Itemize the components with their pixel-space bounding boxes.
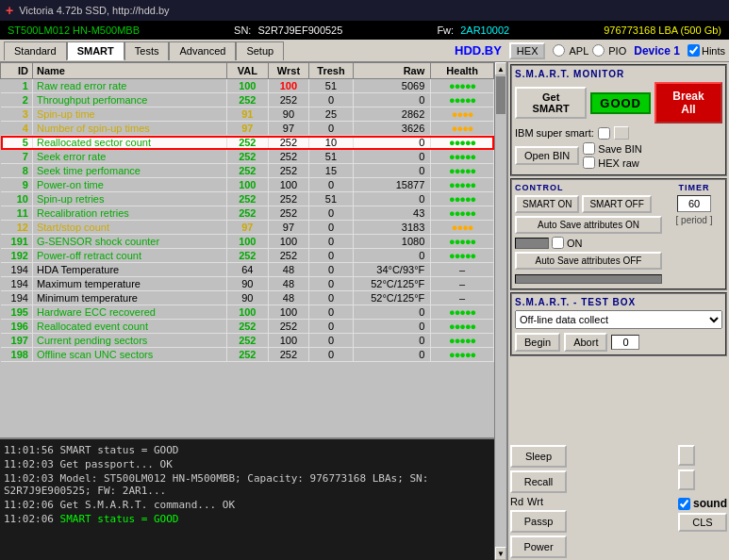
table-row[interactable]: 10 Spin-up retries 252 252 51 0 ●●●●● [1, 192, 494, 206]
table-row[interactable]: 197 Current pending sectors 252 100 0 0 … [1, 334, 494, 348]
scroll-down-btn[interactable]: ▼ [495, 547, 506, 560]
slider-bar[interactable] [515, 274, 662, 284]
test-select[interactable]: Off-line data collect [515, 310, 722, 329]
row-wrst: 48 [268, 291, 309, 305]
break-all-button[interactable]: Break All [654, 82, 722, 124]
hex-button[interactable]: HEX [509, 42, 546, 59]
table-row[interactable]: 198 Offline scan UNC sectors 252 252 0 0… [1, 348, 494, 362]
row-raw: 0 [353, 93, 431, 107]
row-name: Current pending sectors [32, 334, 226, 348]
recall-button[interactable]: Recall [510, 470, 567, 493]
row-raw: 0 [353, 305, 431, 320]
ibm-checkbox[interactable] [598, 127, 610, 140]
table-row[interactable]: 8 Seek time perfomance 252 252 15 0 ●●●●… [1, 164, 494, 178]
row-health: ●●●●● [431, 320, 494, 334]
table-row[interactable]: 3 Spin-up time 91 90 25 2862 ●●●● [1, 107, 494, 122]
begin-button[interactable]: Begin [515, 333, 560, 352]
log-text: Get passport... OK [60, 458, 173, 470]
tab-advanced[interactable]: Advanced [169, 41, 236, 60]
row-val: 91 [227, 107, 269, 122]
timer-input[interactable] [677, 195, 711, 212]
table-row[interactable]: 196 Reallocated event count 252 252 0 0 … [1, 320, 494, 334]
scrollbar[interactable]: ▲ ▼ [494, 62, 507, 560]
fw-value: 2AR10002 [460, 25, 509, 36]
auto-save-on-button[interactable]: Auto Save attributes ON [515, 216, 662, 234]
row-name: Raw read error rate [32, 79, 226, 93]
row-val: 97 [227, 122, 269, 136]
row-health: ●●●●● [431, 348, 494, 362]
row-raw: 34°C/93°F [353, 263, 431, 277]
smart-on-button[interactable]: SMART ON [515, 195, 579, 213]
row-wrst: 48 [268, 263, 309, 277]
row-id: 196 [1, 320, 33, 334]
sleep-button[interactable]: Sleep [510, 445, 567, 468]
log-line: 11:02:06 SMART status = GOOD [4, 512, 490, 526]
table-row[interactable]: 4 Number of spin-up times 97 97 0 3626 ●… [1, 122, 494, 136]
auto-save-off-button[interactable]: Auto Save attributes OFF [515, 252, 662, 270]
tab-setup[interactable]: Setup [236, 41, 284, 60]
fw-label: Fw: [437, 25, 454, 36]
sound-label: sound [693, 497, 727, 510]
api-radio[interactable] [553, 44, 565, 57]
row-val: 252 [227, 249, 269, 263]
log-time: 11:02:03 [4, 458, 54, 470]
table-row[interactable]: 9 Power-on time 100 100 0 15877 ●●●●● [1, 178, 494, 192]
open-bin-button[interactable]: Open BIN [515, 146, 579, 165]
log-text: SMART status = GOOD [60, 444, 179, 456]
test-btns: Begin Abort 0 [515, 333, 722, 352]
table-row[interactable]: 2 Throughput perfomance 252 252 0 0 ●●●●… [1, 93, 494, 107]
tab-standard[interactable]: Standard [4, 41, 67, 60]
hints-checkbox[interactable] [688, 44, 700, 57]
scroll-up-btn[interactable]: ▲ [495, 62, 506, 75]
smart-on-off-btns: SMART ON SMART OFF [515, 195, 662, 213]
table-row[interactable]: 195 Hardware ECC recovered 100 100 0 0 ●… [1, 305, 494, 320]
table-row[interactable]: 12 Start/stop count 97 97 0 3183 ●●●● [1, 221, 494, 235]
table-row[interactable]: 191 G-SENSOR shock counter 100 100 0 108… [1, 235, 494, 249]
table-row[interactable]: 11 Recalibration retries 252 252 0 43 ●●… [1, 206, 494, 221]
table-row[interactable]: 7 Seek error rate 252 252 51 0 ●●●●● [1, 150, 494, 164]
get-smart-button[interactable]: Get SMART [515, 87, 587, 119]
row-id: 194 [1, 263, 33, 277]
smart-table-container[interactable]: ID Name VAL Wrst Tresh Raw Health 1 Raw … [0, 62, 494, 437]
wrt-box[interactable] [678, 469, 695, 490]
get-smart-row: Get SMART GOOD Break All [515, 82, 722, 124]
table-row[interactable]: 194 HDA Temperature 64 48 0 34°C/93°F – [1, 263, 494, 277]
table-row[interactable]: 5 Reallocated sector count 252 252 10 0 … [1, 136, 494, 150]
on-slider[interactable] [515, 238, 549, 249]
row-health: ●●●●● [431, 192, 494, 206]
save-bin-checkbox[interactable] [583, 142, 595, 155]
log-panel[interactable]: 11:01:56 SMART status = GOOD11:02:03 Get… [0, 437, 494, 560]
smart-off-button[interactable]: SMART OFF [582, 195, 651, 213]
pio-radio[interactable] [592, 44, 605, 57]
hex-raw-checkbox[interactable] [583, 156, 595, 169]
table-row[interactable]: 1 Raw read error rate 100 100 51 5069 ●●… [1, 79, 494, 93]
pio-label: PIO [608, 45, 626, 57]
row-raw: 0 [353, 150, 431, 164]
device-label: Device 1 [634, 44, 680, 58]
col-tresh: Tresh [309, 63, 353, 79]
power-button[interactable]: Power [510, 535, 567, 558]
table-header-row: ID Name VAL Wrst Tresh Raw Health [1, 63, 494, 79]
model-label: ST500LM012 HN-M500MBB [8, 25, 140, 36]
tab-tests[interactable]: Tests [124, 41, 170, 60]
ibm-extra-btn[interactable] [614, 126, 629, 140]
row-raw: 52°C/125°F [353, 291, 431, 305]
row-val: 252 [227, 348, 269, 362]
row-id: 3 [1, 107, 33, 122]
sound-checkbox[interactable] [678, 498, 690, 510]
table-row[interactable]: 194 Maximum temperature 90 48 0 52°C/125… [1, 277, 494, 291]
row-val: 252 [227, 192, 269, 206]
table-row[interactable]: 194 Minimum temperature 90 48 0 52°C/125… [1, 291, 494, 305]
tab-smart[interactable]: SMART [67, 41, 124, 60]
row-val: 252 [227, 150, 269, 164]
row-wrst: 97 [268, 221, 309, 235]
row-tresh: 0 [309, 221, 353, 235]
row-tresh: 0 [309, 291, 353, 305]
row-id: 12 [1, 221, 33, 235]
abort-button[interactable]: Abort [564, 333, 607, 352]
cls-button[interactable]: CLS [678, 513, 727, 532]
passp-button[interactable]: Passp [510, 510, 567, 533]
table-row[interactable]: 192 Power-off retract count 252 252 0 0 … [1, 249, 494, 263]
rd-box[interactable] [678, 445, 695, 466]
on-checkbox[interactable] [552, 237, 564, 249]
